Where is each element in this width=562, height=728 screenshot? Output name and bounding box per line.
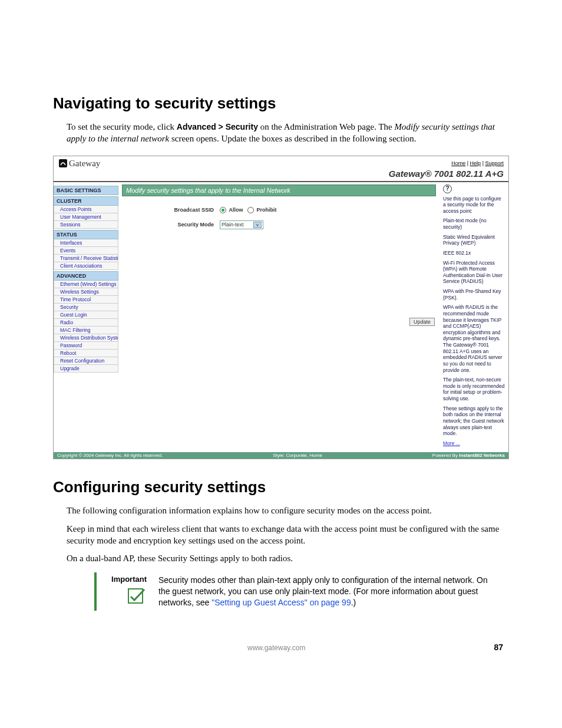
paragraph-conf-3: On a dual-band AP, these Security Settin…: [53, 552, 509, 564]
important-text: Security modes other than plain-text app…: [153, 572, 509, 611]
help-icon: ?: [443, 185, 452, 193]
cross-ref-link[interactable]: "Setting up Guest Access" on page 99: [211, 598, 351, 607]
help-text: These settings apply to the both radios …: [443, 406, 505, 437]
nav-item[interactable]: Access Points: [54, 206, 118, 213]
gateway-logo-text: Gateway: [69, 159, 100, 169]
nav-item[interactable]: Transmit / Receive Statistics: [54, 255, 118, 262]
svg-rect-1: [128, 589, 143, 603]
help-text: WPA with RADIUS is the recommended mode …: [443, 304, 505, 373]
text-bold: Advanced > Security: [177, 122, 258, 131]
nav-item[interactable]: Sessions: [54, 221, 118, 229]
radio-prohibit-label: Prohibit: [257, 207, 277, 213]
help-text: Wi-Fi Protected Access (WPA) with Remote…: [443, 260, 505, 285]
nav-item[interactable]: Interfaces: [54, 239, 118, 247]
nav-item[interactable]: MAC Filtering: [54, 327, 118, 334]
nav-item[interactable]: Reset Configuration: [54, 357, 118, 365]
footer-url: www.gateway.com: [247, 644, 305, 652]
link-home[interactable]: Home: [451, 160, 465, 166]
link-help[interactable]: Help: [470, 160, 481, 166]
nav-header-cluster[interactable]: CLUSTER: [54, 196, 118, 206]
nav-item[interactable]: Events: [54, 247, 118, 255]
paragraph-conf-2: Keep in mind that each wireless client t…: [53, 523, 509, 547]
nav-header-basic[interactable]: BASIC SETTINGS: [54, 186, 118, 195]
nav-item[interactable]: User Management: [54, 213, 118, 221]
important-label: Important: [97, 575, 147, 584]
help-more-link[interactable]: More ...: [443, 440, 460, 446]
text: on the Administration Web page. The: [258, 122, 395, 131]
device-model: Gateway® 7001 802.11 A+G: [54, 169, 508, 182]
heading-configuring: Configuring security settings: [53, 478, 509, 496]
text: screen opens. Update the boxes as descri…: [169, 134, 416, 143]
page-number: 87: [494, 643, 503, 652]
nav-item[interactable]: Security: [54, 304, 118, 311]
footer-style: Style: Corporate, Home: [273, 453, 322, 458]
help-text: Static Wired Equivalent Privacy (WEP): [443, 234, 505, 246]
nav-header-status[interactable]: STATUS: [54, 230, 118, 239]
select-value: Plain-text: [222, 222, 244, 228]
nav-item[interactable]: Ethernet (Wired) Settings: [54, 281, 118, 288]
link-support[interactable]: Support: [485, 160, 504, 166]
nav-item[interactable]: Wireless Distribution System: [54, 334, 118, 342]
radio-prohibit[interactable]: [247, 207, 254, 213]
label-broadcast-ssid: Broadcast SSID: [125, 207, 220, 213]
checkmark-icon: [127, 587, 147, 605]
label-security-mode: Security Mode: [125, 222, 220, 228]
screenshot-footer: Copyright © 2004 Gateway Inc. All rights…: [54, 452, 508, 459]
svg-rect-0: [59, 159, 67, 167]
footer-copyright: Copyright © 2004 Gateway Inc. All rights…: [57, 453, 163, 458]
footer-powered: Powered By Instant802 Networks: [432, 453, 505, 458]
heading-navigating: Navigating to security settings: [53, 94, 509, 113]
help-text: The plain-text, non-secure mode is only …: [443, 377, 505, 402]
help-text: Use this page to configure a security mo…: [443, 196, 505, 215]
nav-item[interactable]: Password: [54, 342, 118, 350]
nav-item[interactable]: Radio: [54, 319, 118, 327]
radio-allow-label: Allow: [229, 207, 243, 213]
chevron-down-icon: v: [253, 222, 262, 228]
help-text: Plain-text mode (no security): [443, 218, 505, 230]
select-security-mode[interactable]: Plain-text v: [220, 220, 263, 229]
nav-item[interactable]: Wireless Settings: [54, 288, 118, 296]
gateway-logo-icon: [58, 159, 68, 168]
help-text: IEEE 802.1x: [443, 250, 505, 256]
top-links: Home | Help | Support: [451, 160, 504, 166]
text: To set the security mode, click: [67, 122, 177, 131]
main-panel: Modify security settings that apply to t…: [118, 182, 439, 453]
radio-group-broadcast: Allow Prohibit: [220, 207, 277, 213]
radio-allow[interactable]: [220, 207, 226, 213]
nav-item[interactable]: Client Associations: [54, 262, 118, 270]
gateway-logo: Gateway: [58, 159, 100, 169]
admin-screenshot: Gateway Home | Help | Support Gateway® 7…: [53, 156, 509, 460]
nav-item[interactable]: Guest Login: [54, 311, 118, 319]
nav-item[interactable]: Reboot: [54, 350, 118, 357]
help-panel: ? Use this page to configure a security …: [439, 182, 508, 453]
nav-item[interactable]: Time Protocol: [54, 296, 118, 304]
paragraph-conf-1: The following configuration information …: [53, 505, 509, 516]
nav-header-advanced[interactable]: ADVANCED: [54, 271, 118, 281]
paragraph-nav-intro: To set the security mode, click Advanced…: [53, 121, 509, 145]
panel-title: Modify security settings that apply to t…: [122, 185, 436, 196]
important-callout: Important Security modes other than plai…: [94, 572, 509, 611]
page-footer: www.gateway.com 87: [53, 619, 509, 652]
text: .): [351, 598, 356, 607]
update-button[interactable]: Update: [409, 318, 435, 326]
nav-item[interactable]: Upgrade: [54, 365, 118, 373]
nav-sidebar: BASIC SETTINGS CLUSTER Access Points Use…: [54, 182, 118, 453]
help-text: WPA with Pre-Shared Key (PSK).: [443, 288, 505, 301]
